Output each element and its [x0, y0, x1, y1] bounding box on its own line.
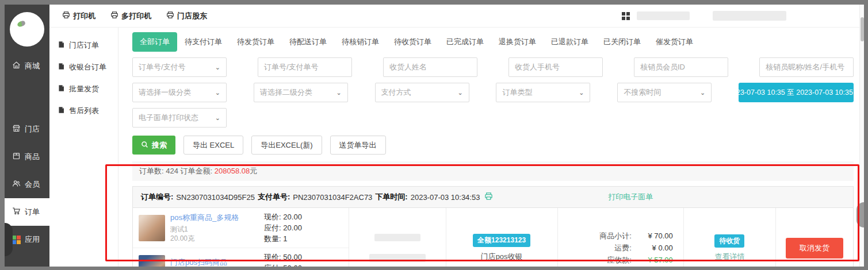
sidebar-item-store[interactable]: 门店 [5, 115, 49, 143]
sidebar-collapse-handle[interactable] [5, 223, 13, 256]
panel-collapse-handle[interactable] [856, 202, 864, 227]
receiver-name-input[interactable]: 收货人姓名 [383, 57, 477, 77]
select-value: 请选择一级分类 [139, 87, 191, 98]
topbar-button-label: 打印机 [73, 11, 95, 21]
printer-button[interactable]: 打印机 [62, 11, 95, 21]
tab-refunded[interactable]: 已退款订单 [544, 32, 596, 52]
sidebar-item-orders[interactable]: 订单 [5, 198, 49, 226]
product-sub: 测试1 [170, 225, 264, 234]
total-row: 运费: ¥ 0.00 [568, 242, 673, 254]
due-label: 应付: [264, 264, 281, 267]
pay-method-select[interactable]: 支付方式 ⌄ [375, 83, 469, 102]
eorder-printer-icon[interactable] [484, 192, 493, 202]
product-name-link[interactable]: 门店pos扫码商品 [170, 257, 264, 267]
tab-urge-shipment[interactable]: 催发货订单 [648, 32, 701, 52]
store-shareholder-button[interactable]: 门店股东 [166, 11, 207, 21]
qty-label: 数量: [264, 234, 281, 243]
cart-icon [12, 207, 21, 217]
mall-icon [12, 61, 21, 71]
document-icon [58, 63, 65, 72]
category2-select[interactable]: 请选择二级分类 ⌄ [254, 83, 348, 102]
tab-pending-payment[interactable]: 待支付订单 [177, 32, 230, 52]
view-detail-link[interactable]: 查看详情 [714, 252, 744, 262]
total-row: 应收款: ¥ 57.00 [568, 254, 673, 266]
tab-pending-verification[interactable]: 待核销订单 [334, 32, 387, 52]
submenu-item-label: 批量发货 [69, 84, 99, 94]
tab-pending-delivery[interactable]: 待配送订单 [282, 32, 334, 52]
verifier-id-input[interactable]: 核销员会员ID [634, 57, 728, 77]
export-excel-button[interactable]: 导出 EXCEL [183, 136, 243, 155]
sidebar-item-goods[interactable]: 商品 [5, 143, 49, 171]
goods-icon [12, 152, 21, 162]
sidebar-item-label: 商品 [25, 152, 40, 162]
tab-closed[interactable]: 已关闭订单 [596, 32, 648, 52]
submenu-item-store-orders[interactable]: 门店订单 [49, 34, 118, 56]
submenu-item-aftersale-list[interactable]: 售后列表 [49, 100, 118, 122]
filter-row-2: 请选择一级分类 ⌄ 请选择二级分类 ⌄ 支付方式 ⌄ 订单类型 [132, 83, 854, 102]
submenu-item-batch-ship[interactable]: 批量发货 [49, 78, 118, 100]
submenu-item-cashier-orders[interactable]: 收银台订单 [49, 56, 118, 78]
tab-pending-shipment[interactable]: 待发货订单 [230, 32, 282, 52]
order-action-column: 取消发货 [776, 208, 853, 267]
total-row: 商品小计: ¥ 70.00 [568, 230, 673, 242]
receivable-label: 应收款: [568, 254, 632, 266]
document-icon [58, 41, 65, 50]
scrollbar-thumb[interactable] [861, 17, 864, 41]
shipping-label: 运费: [568, 242, 632, 254]
sidebar-item-mall[interactable]: 商城 [5, 52, 49, 80]
chevron-down-icon: ⌄ [215, 89, 220, 97]
members-icon [12, 179, 21, 190]
sidebar-item-label: 订单 [25, 207, 40, 217]
order-count-label: 订单数: [139, 167, 164, 175]
export-excel-new-button[interactable]: 导出EXCEL(新) [251, 136, 322, 155]
printer-icon [62, 11, 70, 21]
avatar[interactable] [10, 12, 44, 47]
order-no-type-select[interactable]: 订单号/支付号 ⌄ [132, 57, 227, 77]
order-no-input[interactable]: 订单号/支付单号 [258, 57, 352, 77]
product-info: 门店pos扫码商品 10.00克 [170, 257, 264, 267]
sidebar-item-members[interactable]: 会员 [5, 171, 49, 198]
category1-select[interactable]: 请选择一级分类 ⌄ [132, 83, 227, 102]
search-button[interactable]: 搜索 [132, 136, 175, 155]
main-column: 打印机 多打印机 门店股东 [49, 5, 864, 267]
tab-completed[interactable]: 已完成订单 [439, 32, 491, 52]
select-value: 电子面单打印状态 [139, 113, 198, 123]
order-type-select[interactable]: 订单类型 ⌄ [496, 83, 590, 102]
order-count-value: 424 [166, 167, 178, 175]
tab-all-orders[interactable]: 全部订单 [132, 32, 177, 52]
time-mode-select[interactable]: 不搜索时间 ⌄ [617, 83, 712, 102]
sidebar-item-label: 门店 [25, 124, 40, 134]
cancel-shipment-button[interactable]: 取消发货 [786, 238, 843, 259]
document-icon [58, 84, 65, 94]
multi-printer-button[interactable]: 多打印机 [110, 11, 151, 21]
order-tabs: 全部订单 待支付订单 待发货订单 待配送订单 待核销订单 待收货订单 已完成订单… [132, 32, 854, 52]
sidebar-item-label: 商城 [25, 61, 40, 71]
select-value: 不搜索时间 [624, 87, 661, 98]
tab-return-exchange[interactable]: 退换货订单 [491, 32, 544, 52]
order-totals-column: 商品小计: ¥ 70.00 运费: ¥ 0.00 应收款: ¥ 57.00 [558, 208, 684, 267]
tab-pending-receipt[interactable]: 待收货订单 [387, 32, 439, 52]
customer-phone-blurred [369, 254, 426, 262]
price-label: 现价: [264, 253, 281, 261]
order-card: 订单编号: SN2307031034D95F25 支付单号: PN2307031… [132, 186, 854, 267]
order-sn-label: 订单编号: [141, 192, 173, 202]
delivery-export-button[interactable]: 送货单导出 [330, 136, 386, 155]
topbar-user-area[interactable] [622, 11, 786, 21]
receiver-phone-input[interactable]: 收货人手机号 [508, 57, 603, 77]
document-icon [58, 106, 65, 115]
sidebar-spacer [5, 80, 49, 115]
verifier-info-input[interactable]: 核销员昵称/姓名/手机号 [759, 57, 854, 77]
shipping-value: ¥ 0.00 [632, 242, 673, 254]
order-amount-unit: 元 [250, 167, 257, 175]
search-button-label: 搜索 [152, 140, 167, 151]
chevron-down-icon: ⌄ [215, 114, 220, 122]
print-eorder-link[interactable]: 打印电子面单 [608, 192, 653, 202]
customer-name-blurred [374, 234, 420, 241]
date-range-button[interactable]: 2023-07-03 10:35 至 2023-07-03 10:35 [739, 83, 854, 102]
select-value: 订单号/支付号 [139, 62, 186, 72]
eorder-print-status-select[interactable]: 电子面单打印状态 ⌄ [132, 108, 227, 128]
action-buttons: 搜索 导出 EXCEL 导出EXCEL(新) 送货单导出 [132, 136, 854, 155]
due-value: 20.00 [283, 223, 302, 232]
lower-region: 门店订单 收银台订单 批量发货 售后列表 [49, 28, 864, 267]
product-name-link[interactable]: pos称重商品_多规格 [170, 213, 264, 223]
